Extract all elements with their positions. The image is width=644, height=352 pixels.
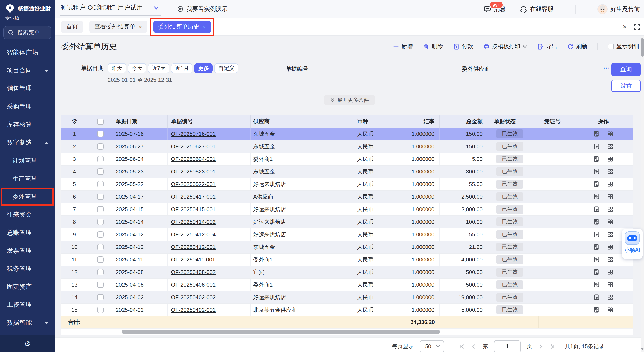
horizontal-scrollbar-thumb[interactable] [122, 330, 440, 334]
col-ops[interactable]: 操作 [574, 115, 633, 128]
related-docs-icon[interactable] [607, 231, 614, 238]
related-docs-icon[interactable] [607, 131, 614, 137]
row-checkbox[interactable] [97, 219, 104, 225]
row-checkbox[interactable] [97, 257, 104, 263]
doc-no-link[interactable]: OF-20250415-001 [171, 206, 216, 212]
related-docs-icon[interactable] [607, 244, 614, 250]
related-docs-icon[interactable] [607, 194, 614, 200]
sidebar-item-general-ledger[interactable]: 总账管理 [0, 224, 54, 242]
select-all-checkbox[interactable] [97, 118, 104, 125]
col-amount[interactable]: 总金额 [440, 115, 488, 128]
support-button[interactable]: 在线客服 [520, 5, 554, 13]
show-detail-checkbox[interactable] [608, 43, 614, 49]
table-row[interactable]: 62025-04-17OF-20250417-001A供应商人民币1.00000… [61, 191, 633, 203]
ai-assistant-widget[interactable]: 小畅AI [622, 229, 643, 259]
date-range-value[interactable]: 2025-01-01 至 2025-12-31 [108, 76, 238, 84]
table-row[interactable]: 112025-04-11OF-20250411-001委外商1人民币1.0000… [61, 254, 633, 266]
view-document-icon[interactable] [593, 194, 600, 200]
table-row[interactable]: 152025-04-02OF-20250402-001北京某五金供应商人民币1.… [61, 304, 633, 316]
supplier-picker-icon[interactable]: ··· [603, 64, 610, 71]
tab-view-outsourcing-settlement[interactable]: 查看委外结算单× [89, 20, 147, 33]
sidebar-item-inventory-accounting[interactable]: 库存核算 [0, 116, 54, 134]
view-document-icon[interactable] [593, 282, 600, 288]
next-page-button[interactable] [538, 344, 544, 349]
view-document-icon[interactable] [593, 206, 600, 212]
col-voucher[interactable]: 凭证号 [538, 115, 574, 128]
related-docs-icon[interactable] [607, 206, 614, 212]
row-checkbox[interactable] [97, 143, 104, 150]
table-row[interactable]: 22025-06-27OF-20250627-001东城五金人民币1.00000… [61, 140, 633, 153]
table-row[interactable]: 142025-04-02OF-20250402-002好运来烘焙店人民币1.00… [61, 291, 633, 304]
related-docs-icon[interactable] [607, 143, 614, 150]
doc-no-link[interactable]: OF-20250408-001 [171, 282, 216, 288]
col-rate[interactable]: 汇率 [395, 115, 440, 128]
doc-no-link[interactable]: OF-20250408-002 [171, 269, 216, 275]
doc-no-link[interactable]: OF-20250604-001 [171, 156, 216, 162]
view-document-icon[interactable] [593, 156, 600, 162]
table-row[interactable]: 82025-04-14OF-20250414-002好运来烘焙店人民币1.000… [61, 216, 633, 228]
tenant-selector[interactable]: 测试租户-CC新制造-用户试用 [60, 3, 161, 15]
close-icon[interactable]: × [623, 23, 627, 30]
row-checkbox[interactable] [97, 231, 104, 238]
doc-no-link[interactable]: OF-20250402-001 [171, 307, 216, 313]
row-checkbox[interactable] [97, 269, 104, 275]
tab-close-icon[interactable]: × [203, 24, 206, 30]
user-menu[interactable]: 好生意售前 [598, 4, 640, 14]
row-checkbox[interactable] [97, 131, 104, 137]
sidebar-item-fixed-assets[interactable]: 固定资产 [0, 278, 54, 296]
tab-outsourcing-settlement-history[interactable]: 委外结算单历史× [153, 20, 211, 33]
sidebar-item-agent-plaza[interactable]: 智能体广场 [0, 43, 54, 62]
page-size-select[interactable]: 50 [420, 340, 444, 352]
related-docs-icon[interactable] [607, 156, 614, 162]
sidebar-item-transactions-funds[interactable]: 往来资金 [0, 206, 54, 224]
quick-range-昨天[interactable]: 昨天 [108, 63, 126, 73]
tab-close-icon[interactable]: × [139, 24, 142, 30]
quick-range-今天[interactable]: 今天 [128, 63, 146, 73]
scroll-down-arrow-icon[interactable] [641, 348, 644, 350]
related-docs-icon[interactable] [607, 307, 614, 313]
view-document-icon[interactable] [593, 231, 600, 238]
doc-no-link[interactable]: OF-20250412-004 [171, 231, 216, 238]
supplier-input[interactable]: ··· [496, 64, 611, 74]
table-row[interactable]: 52025-05-22OF-20250522-001好运来烘焙店人民币1.000… [61, 178, 633, 191]
demo-link[interactable]: 我要看实例演示 [177, 5, 228, 13]
table-row[interactable]: 102025-04-12OF-20250412-001东城五金人民币1.0000… [61, 241, 633, 254]
prev-page-button[interactable] [471, 344, 477, 349]
col-date[interactable]: 单据日期 [113, 115, 168, 128]
related-docs-icon[interactable] [607, 219, 614, 225]
row-checkbox[interactable] [97, 206, 104, 212]
settings-button[interactable]: 设置 [611, 80, 641, 92]
menu-search-box[interactable]: 搜索菜单 [3, 26, 51, 39]
table-row[interactable]: 32025-06-04OF-20250604-001委外商1人民币1.00000… [61, 153, 633, 166]
fullscreen-icon[interactable] [634, 24, 640, 30]
sidebar-item-payroll-mgmt[interactable]: 工资管理 [0, 296, 54, 314]
delete-button[interactable]: 删除 [423, 43, 443, 50]
view-document-icon[interactable] [593, 244, 600, 250]
row-checkbox[interactable] [97, 194, 104, 200]
sidebar-item-purchase-mgmt[interactable]: 采购管理 [0, 98, 54, 116]
sidebar-item-plan-mgmt[interactable]: 计划管理 [0, 152, 54, 170]
related-docs-icon[interactable] [607, 257, 614, 263]
row-checkbox[interactable] [97, 294, 104, 301]
sidebar-item-tax-mgmt[interactable]: 税务管理 [0, 260, 54, 278]
sidebar-item-digital-manufacturing[interactable]: 数字制造 [0, 134, 54, 152]
quick-range-近1月[interactable]: 近1月 [171, 63, 192, 73]
quick-range-自定义[interactable]: 自定义 [214, 63, 238, 73]
doc-no-input[interactable] [314, 64, 438, 74]
doc-no-link[interactable]: OF-20250414-002 [171, 219, 216, 225]
pay-button[interactable]: 付款 [453, 43, 473, 50]
quick-range-更多[interactable]: 更多 [194, 63, 213, 73]
related-docs-icon[interactable] [607, 269, 614, 275]
row-checkbox[interactable] [97, 307, 104, 313]
last-page-button[interactable] [550, 344, 556, 349]
vertical-scrollbar-thumb[interactable] [641, 38, 644, 56]
view-document-icon[interactable] [593, 143, 600, 150]
related-docs-icon[interactable] [607, 294, 614, 301]
doc-no-link[interactable]: OF-20250402-002 [171, 294, 216, 301]
add-button[interactable]: 新增 [393, 43, 413, 50]
gear-icon[interactable]: ⚙ [24, 339, 30, 348]
sidebar-settings-bar[interactable]: ⚙ [0, 335, 54, 352]
row-checkbox[interactable] [97, 181, 104, 187]
export-button[interactable]: 导出 [537, 43, 557, 50]
view-document-icon[interactable] [593, 219, 600, 225]
